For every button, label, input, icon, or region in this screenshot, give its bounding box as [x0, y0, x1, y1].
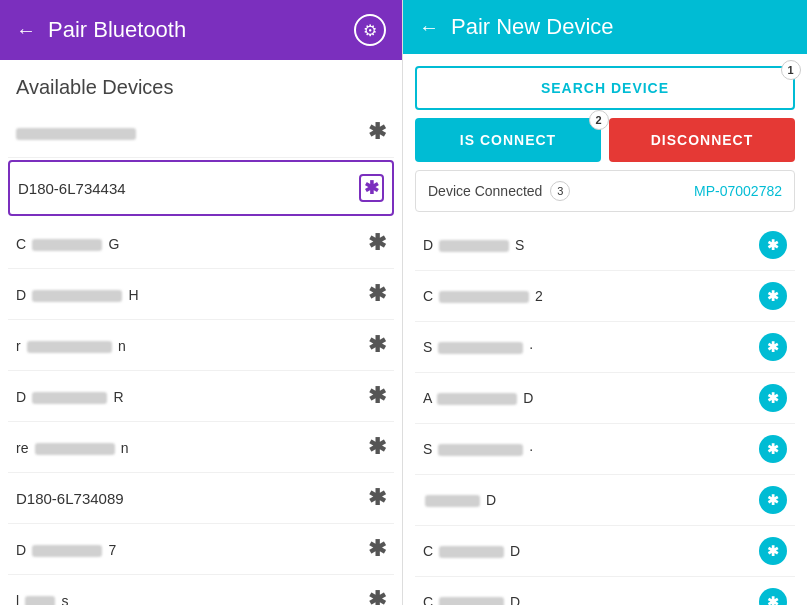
bluetooth-icon: ✱ — [368, 332, 386, 358]
bluetooth-icon: ✱ — [759, 435, 787, 463]
table-row[interactable]: l s ✱ — [8, 575, 394, 605]
device-name: S · — [423, 339, 759, 355]
left-panel-title: Pair Bluetooth — [48, 17, 342, 43]
search-device-label: SEARCH DEVICE — [541, 80, 669, 96]
device-name: re n — [16, 439, 368, 456]
device-name: D 7 — [16, 541, 368, 558]
blur-text — [425, 495, 480, 507]
blur-text — [32, 290, 122, 302]
bluetooth-icon: ✱ — [368, 383, 386, 409]
list-item[interactable]: S · ✱ — [415, 424, 795, 475]
blur-text — [439, 597, 504, 605]
bluetooth-icon: ✱ — [759, 384, 787, 412]
available-devices-title: Available Devices — [0, 60, 402, 107]
right-panel: ← Pair New Device SEARCH DEVICE 1 IS CON… — [403, 0, 807, 605]
search-device-badge: 1 — [781, 60, 801, 80]
device-name: D180-6L734089 — [16, 490, 368, 507]
left-back-button[interactable]: ← — [16, 19, 36, 42]
bluetooth-icon: ✱ — [759, 486, 787, 514]
left-header: ← Pair Bluetooth ⚙ — [0, 0, 402, 60]
table-row[interactable]: D R ✱ — [8, 371, 394, 422]
blur-text — [439, 546, 504, 558]
table-row[interactable]: re n ✱ — [8, 422, 394, 473]
settings-symbol: ⚙ — [363, 21, 377, 40]
left-device-list: ✱ D180-6L734434 ✱ C G ✱ D H ✱ — [0, 107, 402, 605]
bluetooth-icon: ✱ — [759, 588, 787, 605]
list-item[interactable]: C 2 ✱ — [415, 271, 795, 322]
table-row[interactable]: D 7 ✱ — [8, 524, 394, 575]
device-name: S · — [423, 441, 759, 457]
list-item[interactable]: C D ✱ — [415, 526, 795, 577]
blur-text — [16, 128, 136, 140]
bluetooth-icon: ✱ — [368, 119, 386, 145]
bluetooth-icon: ✱ — [368, 536, 386, 562]
list-item[interactable]: D S ✱ — [415, 220, 795, 271]
device-name: C 2 — [423, 288, 759, 304]
table-row[interactable]: D180-6L734089 ✱ — [8, 473, 394, 524]
bluetooth-icon: ✱ — [759, 537, 787, 565]
blur-text — [25, 596, 55, 605]
blur-text — [438, 444, 523, 456]
list-item[interactable]: S · ✱ — [415, 322, 795, 373]
bluetooth-icon: ✱ — [759, 282, 787, 310]
table-row[interactable]: D H ✱ — [8, 269, 394, 320]
table-row[interactable]: C G ✱ — [8, 218, 394, 269]
is-connect-badge: 2 — [589, 110, 609, 130]
blur-text — [439, 291, 529, 303]
right-content: SEARCH DEVICE 1 IS CONNECT 2 DISCONNECT … — [403, 54, 807, 605]
right-header: ← Pair New Device — [403, 0, 807, 54]
blur-text — [32, 545, 102, 557]
device-name: C D — [423, 543, 759, 559]
blur-text — [35, 443, 115, 455]
search-device-button[interactable]: SEARCH DEVICE 1 — [415, 66, 795, 110]
device-name: D — [423, 492, 759, 508]
bluetooth-icon: ✱ — [759, 333, 787, 361]
blur-text — [439, 240, 509, 252]
device-connected-row: Device Connected 3 MP-07002782 — [415, 170, 795, 212]
device-name: D180-6L734434 — [18, 180, 359, 197]
bluetooth-icon: ✱ — [759, 231, 787, 259]
is-connect-button[interactable]: IS CONNECT 2 — [415, 118, 601, 162]
list-item[interactable]: A D ✱ — [415, 373, 795, 424]
device-name — [16, 124, 368, 141]
table-row[interactable]: D180-6L734434 ✱ — [8, 160, 394, 216]
blur-text — [27, 341, 112, 353]
right-back-button[interactable]: ← — [419, 16, 439, 39]
table-row[interactable]: r n ✱ — [8, 320, 394, 371]
blur-text — [437, 393, 517, 405]
device-name: A D — [423, 390, 759, 406]
action-row: IS CONNECT 2 DISCONNECT — [415, 118, 795, 162]
right-panel-title: Pair New Device — [451, 14, 614, 40]
device-name: C D — [423, 594, 759, 605]
device-name: C G — [16, 235, 368, 252]
device-name: D R — [16, 388, 368, 405]
disconnect-button[interactable]: DISCONNECT — [609, 118, 795, 162]
device-connected-label: Device Connected — [428, 183, 542, 199]
settings-icon[interactable]: ⚙ — [354, 14, 386, 46]
bluetooth-icon: ✱ — [368, 434, 386, 460]
list-item[interactable]: C D ✱ — [415, 577, 795, 605]
device-name: r n — [16, 337, 368, 354]
disconnect-label: DISCONNECT — [651, 132, 754, 148]
bluetooth-icon: ✱ — [368, 485, 386, 511]
device-name: D H — [16, 286, 368, 303]
is-connect-label: IS CONNECT — [460, 132, 556, 148]
bluetooth-icon: ✱ — [368, 230, 386, 256]
connected-badge: 3 — [550, 181, 570, 201]
blur-text — [32, 392, 107, 404]
bluetooth-icon: ✱ — [368, 587, 386, 605]
right-device-list: D S ✱ C 2 ✱ S · — [415, 220, 795, 605]
blur-text — [438, 342, 523, 354]
table-row[interactable]: ✱ — [8, 107, 394, 158]
list-item[interactable]: D ✱ — [415, 475, 795, 526]
bluetooth-icon: ✱ — [368, 281, 386, 307]
left-panel: ← Pair Bluetooth ⚙ Available Devices ✱ D… — [0, 0, 403, 605]
connected-device-id: MP-07002782 — [694, 183, 782, 199]
device-name: l s — [16, 592, 368, 606]
device-name: D S — [423, 237, 759, 253]
bluetooth-icon: ✱ — [359, 174, 384, 202]
blur-text — [32, 239, 102, 251]
